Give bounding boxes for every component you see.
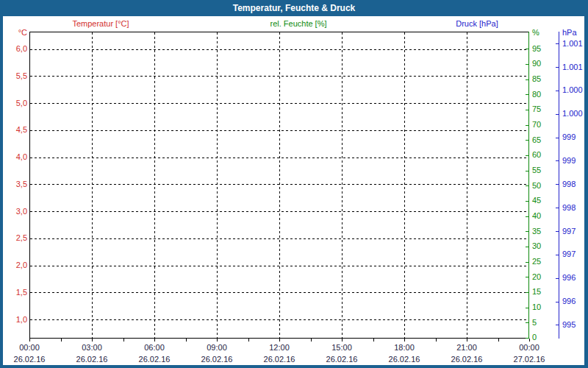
- pressure-tick-label: 1.000: [562, 109, 583, 118]
- humidity-tick-mark: [526, 185, 528, 186]
- humidity-tick-label: 30: [532, 241, 541, 251]
- humidity-tick-label: 65: [532, 135, 541, 145]
- humidity-tick-mark: [526, 262, 528, 263]
- x-tick-mark: [154, 339, 155, 342]
- temperature-tick-label: 3,5: [3, 180, 27, 189]
- pressure-tick-mark: [556, 325, 559, 325]
- humidity-tick-mark: [526, 125, 528, 126]
- legend-temperature: Temperatur [°C]: [72, 19, 129, 29]
- humidity-tick-label: 90: [532, 59, 541, 68]
- humidity-tick-mark: [526, 308, 528, 308]
- humidity-tick-label: 60: [532, 150, 541, 160]
- humidity-tick-mark: [526, 292, 528, 293]
- x-tick-mark: [498, 339, 499, 342]
- humidity-tick-label: 15: [532, 287, 541, 297]
- pressure-tick-label: 996: [562, 297, 576, 306]
- date-label: 26.02.16: [195, 355, 239, 364]
- x-tick-mark: [186, 339, 187, 342]
- x-tick-mark: [92, 339, 93, 342]
- temperature-tick-label: 5,0: [3, 99, 27, 108]
- x-tick-mark: [29, 339, 30, 342]
- temperature-tick-label: 1,0: [3, 315, 27, 325]
- time-label: 00:00: [507, 343, 551, 353]
- x-tick-mark: [467, 339, 467, 342]
- pressure-tick-mark: [556, 160, 559, 161]
- date-label: 26.02.16: [382, 355, 426, 364]
- h-gridline: [30, 292, 528, 293]
- humidity-tick-label: 80: [532, 90, 541, 99]
- h-gridline: [30, 211, 528, 212]
- time-label: 09:00: [195, 343, 239, 353]
- h-gridline: [30, 319, 528, 320]
- humidity-tick-label: 55: [532, 166, 541, 175]
- pressure-tick-label: 998: [562, 203, 576, 213]
- x-tick-mark: [61, 339, 62, 342]
- humidity-tick-label: 25: [532, 257, 541, 266]
- legend-pressure: Druck [hPa]: [456, 19, 498, 29]
- x-tick-mark: [373, 339, 374, 342]
- pressure-tick-label: 999: [562, 132, 576, 142]
- pressure-tick-label: 1.001: [562, 39, 583, 49]
- x-tick-mark: [342, 339, 343, 342]
- temperature-tick-label: 1,5: [3, 288, 27, 297]
- humidity-tick-mark: [526, 64, 528, 65]
- pressure-tick-mark: [556, 91, 559, 91]
- humidity-tick-mark: [526, 171, 528, 171]
- time-label: 06:00: [132, 343, 176, 353]
- h-gridline: [30, 238, 528, 239]
- x-tick-mark: [436, 339, 437, 342]
- humidity-tick-label: 70: [532, 120, 541, 130]
- humidity-tick-label: 35: [532, 227, 541, 236]
- window-title: Temperatur, Feuchte & Druck: [0, 0, 588, 16]
- temperature-tick-label: 4,5: [3, 125, 27, 135]
- humidity-tick-mark: [526, 94, 528, 95]
- humidity-tick-label: 45: [532, 196, 541, 205]
- pressure-tick-label: 1.001: [562, 63, 583, 72]
- temperature-tick-label: 4,0: [3, 152, 27, 162]
- h-gridline: [30, 266, 528, 266]
- x-tick-mark: [404, 339, 405, 342]
- pressure-tick-mark: [556, 231, 559, 232]
- h-gridline: [30, 76, 528, 77]
- humidity-tick-mark: [526, 231, 528, 232]
- humidity-tick-label: 50: [532, 181, 541, 191]
- temperature-axis-unit: °C: [3, 28, 27, 38]
- date-label: 26.02.16: [132, 355, 176, 364]
- pressure-tick-mark: [556, 67, 559, 68]
- time-label: 21:00: [445, 343, 489, 353]
- time-label: 00:00: [7, 343, 51, 353]
- x-tick-mark: [311, 339, 312, 342]
- temperature-tick-label: 3,0: [3, 207, 27, 216]
- temperature-tick-label: 6,0: [3, 44, 27, 54]
- humidity-tick-mark: [526, 277, 528, 277]
- date-label: 26.02.16: [257, 355, 301, 364]
- humidity-tick-label: 0: [532, 333, 537, 342]
- pressure-tick-label: 998: [562, 180, 576, 189]
- pressure-tick-label: 997: [562, 227, 576, 236]
- humidity-tick-mark: [526, 49, 528, 49]
- temperature-tick-label: 2,5: [3, 233, 27, 243]
- pressure-tick-label: 1.000: [562, 85, 583, 95]
- h-gridline: [30, 103, 528, 104]
- pressure-tick-mark: [556, 302, 559, 302]
- plot-area: [29, 32, 530, 339]
- humidity-tick-mark: [526, 338, 528, 339]
- chart-canvas: Temperatur [°C] rel. Feuchte [%] Druck […: [3, 16, 584, 365]
- x-tick-mark: [123, 339, 124, 342]
- humidity-tick-label: 40: [532, 211, 541, 221]
- temperature-tick-label: 5,5: [3, 71, 27, 81]
- h-gridline: [30, 130, 528, 131]
- time-label: 18:00: [382, 343, 426, 353]
- time-label: 12:00: [257, 343, 301, 353]
- h-gridline: [30, 184, 528, 185]
- date-label: 26.02.16: [70, 355, 114, 364]
- humidity-tick-label: 75: [532, 105, 541, 114]
- pressure-tick-label: 999: [562, 156, 576, 166]
- humidity-tick-label: 85: [532, 74, 541, 84]
- x-tick-mark: [217, 339, 218, 342]
- pressure-tick-mark: [556, 184, 559, 185]
- humidity-tick-mark: [526, 216, 528, 217]
- time-label: 03:00: [70, 343, 114, 353]
- humidity-tick-mark: [526, 247, 528, 247]
- humidity-tick-label: 5: [532, 318, 537, 328]
